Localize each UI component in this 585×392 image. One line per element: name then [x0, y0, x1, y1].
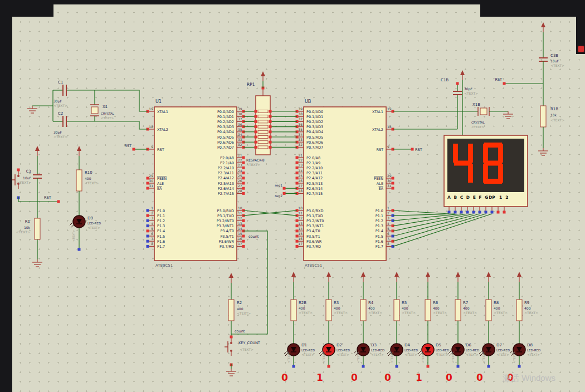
pin-label: P0.3/AD3 [306, 125, 323, 129]
pin-label: P1.7 [376, 244, 383, 249]
pin-state-square [147, 214, 149, 217]
probe-digit: 0 [476, 372, 483, 383]
part-ref: R5 [402, 301, 407, 305]
part-value: 400 [433, 306, 440, 310]
resistor-body[interactable] [291, 300, 296, 321]
resistor-body[interactable] [486, 300, 491, 321]
resistor-body[interactable] [425, 300, 431, 321]
part-name: LED-RED [436, 349, 449, 352]
pin-label: P1.1 [376, 214, 383, 218]
pin-number: 3 [387, 216, 389, 220]
pin-number: 36 [238, 122, 242, 126]
crystal-body[interactable] [480, 108, 487, 115]
pin-label: P1.6 [157, 239, 165, 244]
pin-state-square [242, 177, 245, 179]
pin-state-square [457, 365, 460, 368]
resistor-body[interactable] [360, 300, 366, 321]
pin-state-square [57, 200, 60, 203]
seven-segment-display[interactable]: ABCDEFGDP12 [444, 135, 528, 207]
resistor-body[interactable] [76, 170, 82, 191]
pin-number: 34 [298, 133, 303, 136]
pin-label: P0.5/AD5 [217, 135, 234, 140]
pin-label: ALE [377, 182, 383, 186]
pin-label: P3.7/RD [220, 244, 234, 249]
button-contact[interactable] [230, 350, 232, 352]
segment-letters: ABCDEFG [447, 195, 491, 200]
part-value: 10uF [550, 59, 559, 63]
part-value: 400 [524, 306, 531, 310]
pin-number: 13 [298, 222, 303, 226]
pin-label: P2.1/A9 [220, 161, 234, 165]
pin-number: 27 [238, 184, 242, 188]
vcc-arrow [456, 272, 460, 277]
pin-label: P3.2/INT0 [217, 219, 234, 223]
part-ref: RP1 [247, 82, 255, 87]
part-ref: D8 [527, 343, 533, 347]
pin-number: 32 [298, 143, 303, 146]
pin-state-square [269, 115, 272, 118]
text-label: <TEXT> [53, 104, 67, 107]
pin-state-square [518, 365, 521, 368]
button-contact[interactable] [230, 342, 232, 344]
button-contact[interactable] [17, 175, 20, 177]
part-ref: C3 [26, 169, 31, 174]
part-name: RESPACK-8 [246, 158, 265, 162]
pin-state-square [503, 211, 506, 214]
resistor-body[interactable] [35, 218, 40, 239]
part-value: 30pF [53, 99, 62, 104]
rotated-placeholder: <TEXT> [322, 351, 325, 363]
resistor-body[interactable] [394, 300, 399, 321]
part-ref: D4 [404, 343, 410, 347]
wire[interactable] [393, 210, 449, 214]
pin-number: 35 [298, 128, 303, 131]
wire[interactable] [393, 214, 480, 236]
pin-number: 9 [387, 145, 389, 149]
pin-label: ALE [157, 182, 164, 186]
wire[interactable] [66, 121, 148, 129]
pin-state-square [392, 177, 394, 180]
vcc-arrow [541, 22, 545, 27]
rotated-placeholder: <TEXT> [72, 230, 75, 242]
pin-state-square [242, 235, 245, 238]
part-name: CRYSTAL [101, 112, 115, 115]
window-frame-top-right [480, 0, 585, 17]
chip-part-name: AT89C51 [305, 263, 322, 268]
pin-number: 34 [238, 133, 242, 136]
text-label: <TEXT> [240, 347, 254, 351]
pin-number: 31 [387, 184, 392, 188]
schematic-canvas[interactable]: U1AT89C5119XTAL118XTAL29RST29PSEN30ALE31… [0, 0, 585, 392]
resistor-body[interactable] [516, 300, 522, 321]
pin-label: PSEN [374, 177, 383, 181]
chip-part-name: AT89C51 [155, 263, 173, 268]
pin-number: 22 [298, 158, 303, 162]
resistor-body[interactable] [455, 300, 461, 321]
resistor-body[interactable] [228, 300, 234, 321]
resistor-body[interactable] [540, 106, 546, 127]
crystal-body[interactable] [91, 107, 98, 114]
text-label: <TEXT> [371, 353, 384, 356]
led-emission-arrow [71, 225, 74, 228]
pin-label: P1.5 [376, 234, 383, 239]
wire[interactable] [393, 214, 486, 241]
pin-state-square [396, 365, 398, 368]
pin-state-square [147, 245, 149, 248]
resistor-body[interactable] [326, 300, 332, 321]
pin-label: P1.0 [157, 209, 165, 213]
wire[interactable] [18, 197, 37, 202]
pin-state-square [255, 141, 257, 144]
text-label: <TEXT> [496, 353, 509, 356]
chip-U1[interactable]: U1AT89C5119XTAL118XTAL29RST29PSEN30ALE31… [147, 99, 245, 268]
text-label: <TEXT> [402, 311, 416, 315]
pin-label: P0.6/AD6 [217, 140, 234, 145]
pin-label: P0.4/AD4 [306, 130, 323, 134]
pin-number: 17 [298, 242, 303, 246]
pin-number: 27 [298, 184, 303, 188]
text-label: <TEXT> [368, 311, 382, 315]
part-name: LED-RED [496, 349, 510, 352]
rotated-placeholder: <TEXT> [357, 351, 360, 363]
pin-state-square [283, 187, 286, 190]
chip-UB[interactable]: UBAT89C5139P0.0/AD038P0.1/AD137P0.2/AD23… [296, 99, 394, 268]
stop-button[interactable] [578, 46, 584, 52]
wire[interactable] [393, 214, 492, 246]
pin-number: 21 [238, 153, 242, 157]
